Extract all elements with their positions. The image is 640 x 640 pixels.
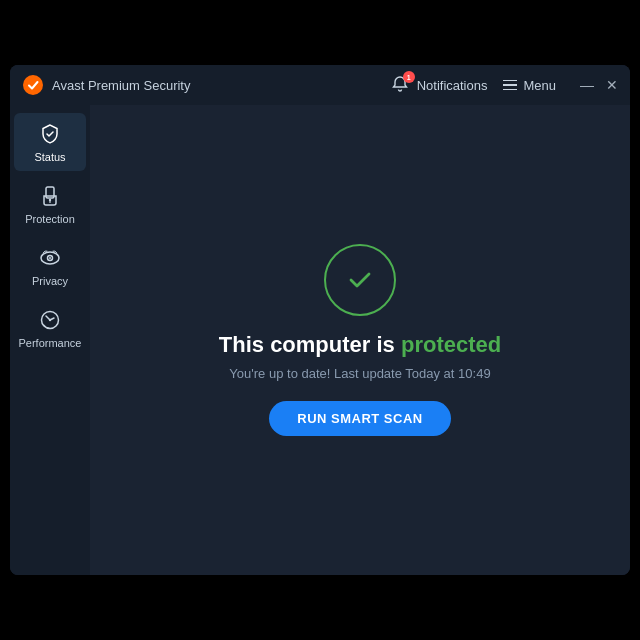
notifications-button[interactable]: 1 Notifications (391, 75, 488, 95)
main-message: This computer is protected You're up to … (219, 332, 501, 381)
protection-icon (39, 185, 61, 207)
menu-label: Menu (523, 78, 556, 93)
sidebar-item-privacy[interactable]: Privacy (14, 237, 86, 295)
menu-button[interactable]: Menu (503, 78, 556, 93)
minimize-button[interactable]: — (580, 78, 594, 92)
sidebar-item-protection[interactable]: Protection (14, 175, 86, 233)
app-window: Avast Premium Security 1 Notifications M… (10, 65, 630, 575)
svg-point-5 (49, 257, 51, 259)
svg-point-7 (49, 319, 51, 321)
headline-highlight: protected (401, 332, 501, 357)
sidebar-status-label: Status (34, 151, 65, 163)
hamburger-icon (503, 80, 517, 91)
performance-icon (39, 309, 61, 331)
subtext: You're up to date! Last update Today at … (219, 366, 501, 381)
main-content: Status Protection P (10, 105, 630, 575)
avast-logo-icon (22, 74, 44, 96)
sidebar-performance-label: Performance (19, 337, 82, 349)
run-smart-scan-button[interactable]: RUN SMART SCAN (269, 401, 450, 436)
content-area: This computer is protected You're up to … (90, 105, 630, 575)
title-bar: Avast Premium Security 1 Notifications M… (10, 65, 630, 105)
window-controls: — ✕ (580, 78, 618, 92)
sidebar-privacy-label: Privacy (32, 275, 68, 287)
notifications-icon-wrap: 1 (391, 75, 411, 95)
checkmark-icon (343, 263, 377, 297)
app-title: Avast Premium Security (52, 78, 190, 93)
svg-point-0 (23, 75, 43, 95)
status-icon (39, 123, 61, 145)
notification-badge: 1 (403, 71, 415, 83)
title-bar-right: 1 Notifications Menu — ✕ (391, 75, 618, 95)
sidebar-item-performance[interactable]: Performance (14, 299, 86, 357)
sidebar-protection-label: Protection (25, 213, 75, 225)
shield-check-icon (324, 244, 396, 316)
close-button[interactable]: ✕ (606, 78, 618, 92)
sidebar-item-status[interactable]: Status (14, 113, 86, 171)
headline: This computer is protected (219, 332, 501, 358)
privacy-icon (39, 247, 61, 269)
notifications-label: Notifications (417, 78, 488, 93)
headline-text: This computer is (219, 332, 401, 357)
title-bar-left: Avast Premium Security (22, 74, 391, 96)
sidebar: Status Protection P (10, 105, 90, 575)
